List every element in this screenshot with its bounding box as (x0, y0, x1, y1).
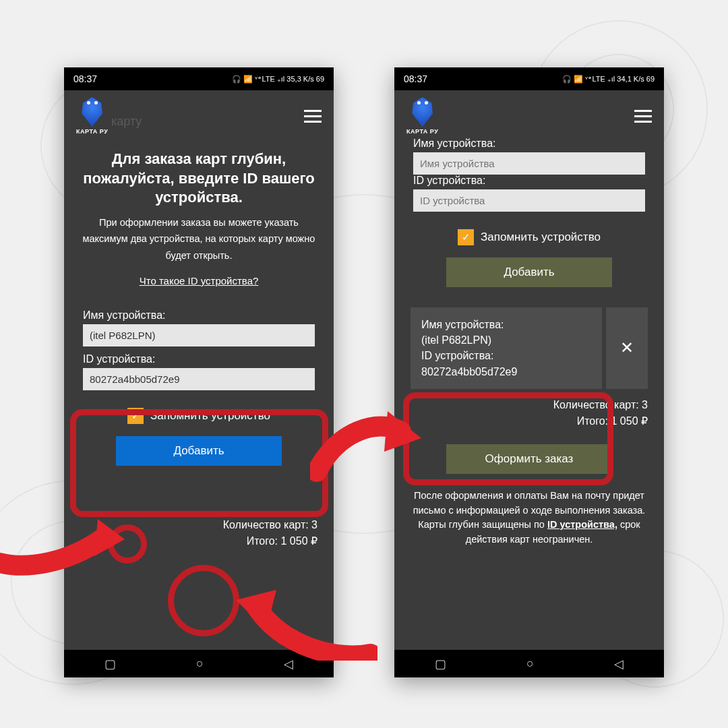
page-title: Для заказа карт глубин, пожалуйста, введ… (80, 150, 317, 208)
page-subtitle: При оформлении заказа вы можете указать … (80, 214, 317, 264)
footnote: После оформления и оплаты Вам на почту п… (411, 489, 648, 547)
remember-label: Запомнить устройство (481, 231, 601, 244)
logo-pin-icon (81, 97, 104, 127)
status-time: 08:37 (404, 73, 427, 84)
order-summary: Количество карт: 3 Итого: 1 050 ₽ (411, 397, 648, 429)
device-card-row: Имя устройства: (itel P682LPN) ID устрой… (411, 307, 648, 389)
status-icons: 🎧 📶 ᵛᵒLTE ₊ıl 34,1 K/s 69 (562, 75, 655, 84)
menu-button[interactable] (304, 110, 322, 123)
name-label: Имя устройства: (83, 309, 315, 322)
status-bar: 08:37 🎧 📶 ᵛᵒLTE ₊ıl 35,3 K/s 69 (64, 67, 334, 90)
remember-checkbox[interactable]: ✓ (127, 408, 144, 424)
footnote-link[interactable]: ID устройства, (547, 519, 617, 530)
device-id-input[interactable] (83, 368, 315, 390)
id-label: ID устройства: (413, 175, 645, 187)
android-navbar: ▢ ○ ◁ (64, 650, 334, 677)
remove-device-button[interactable]: ✕ (606, 307, 648, 389)
card-count: Количество карт: 3 (80, 517, 317, 533)
logo-pin-icon (411, 97, 434, 127)
nav-recent-icon[interactable]: ▢ (435, 657, 446, 671)
device-name-input[interactable] (413, 152, 645, 175)
card-name-value: (itel P682LPN) (421, 332, 591, 348)
nav-home-icon[interactable]: ○ (196, 657, 204, 671)
card-count: Количество карт: 3 (411, 397, 648, 413)
nav-back-icon[interactable]: ◁ (614, 657, 624, 671)
status-bar: 08:37 🎧 📶 ᵛᵒLTE ₊ıl 34,1 K/s 69 (394, 67, 664, 90)
app-screen: карту КАРТА РУ Для заказа карт глубин, п… (64, 90, 334, 650)
app-logo: КАРТА РУ (406, 97, 438, 135)
app-header: КАРТА РУ (394, 90, 664, 139)
status-icons: 🎧 📶 ᵛᵒLTE ₊ıl 35,3 K/s 69 (232, 75, 324, 84)
device-id-input[interactable] (413, 189, 645, 212)
remember-checkbox[interactable]: ✓ (458, 229, 474, 245)
card-id-label: ID устройства: (421, 348, 591, 363)
app-header: КАРТА РУ (64, 90, 334, 139)
logo-text: КАРТА РУ (76, 128, 108, 135)
card-name-label: Имя устройства: (421, 317, 591, 332)
phone-mockup-right: 08:37 🎧 📶 ᵛᵒLTE ₊ıl 34,1 K/s 69 КАРТА РУ… (394, 67, 664, 677)
id-label: ID устройства: (83, 353, 315, 365)
device-form: Имя устройства: ID устройства: (411, 135, 648, 214)
phone-mockup-left: 08:37 🎧 📶 ᵛᵒLTE ₊ıl 35,3 K/s 69 карту КА… (64, 67, 334, 677)
bg-word: карту (111, 115, 142, 129)
order-summary: Количество карт: 3 Итого: 1 050 ₽ (80, 517, 317, 549)
device-name-input[interactable] (83, 324, 315, 346)
add-button[interactable]: Добавить (446, 257, 612, 287)
android-navbar: ▢ ○ ◁ (394, 650, 664, 677)
remember-label: Запомнить устройство (150, 409, 270, 423)
logo-text: КАРТА РУ (406, 128, 438, 135)
menu-button[interactable] (634, 110, 652, 123)
card-id-value: 80272a4bb05d72e9 (421, 364, 591, 380)
device-card: Имя устройства: (itel P682LPN) ID устрой… (411, 307, 602, 389)
checkout-button[interactable]: Оформить заказ (446, 444, 612, 474)
app-screen: КАРТА РУ Имя устройства: ID устройства: … (394, 90, 664, 650)
help-link[interactable]: Что такое ID устройства? (140, 275, 259, 286)
close-icon: ✕ (620, 338, 634, 357)
nav-home-icon[interactable]: ○ (526, 657, 534, 671)
device-form: Имя устройства: ID устройства: (80, 300, 317, 393)
status-time: 08:37 (73, 73, 97, 84)
order-total: Итого: 1 050 ₽ (411, 413, 648, 429)
nav-recent-icon[interactable]: ▢ (104, 657, 116, 671)
app-logo: КАРТА РУ (76, 97, 108, 135)
order-total: Итого: 1 050 ₽ (80, 533, 317, 549)
add-button[interactable]: Добавить (116, 436, 282, 466)
name-label: Имя устройства: (413, 138, 645, 150)
nav-back-icon[interactable]: ◁ (284, 657, 293, 671)
